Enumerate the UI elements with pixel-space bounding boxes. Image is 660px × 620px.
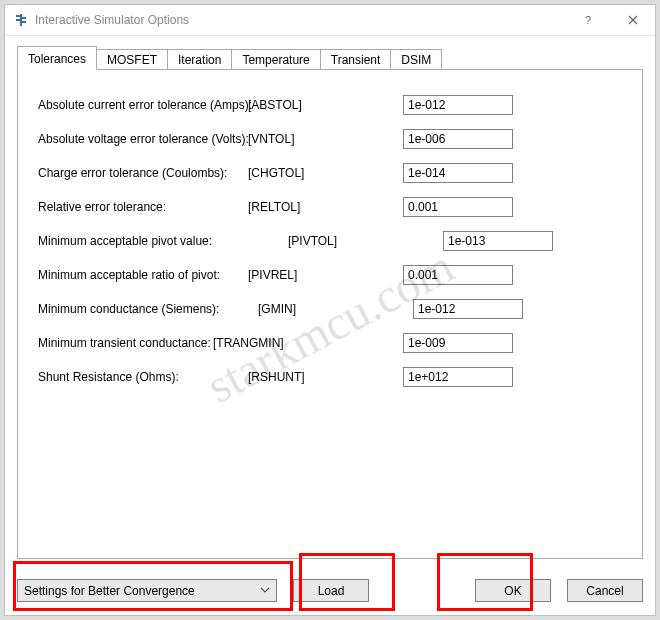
- param-chgtol: [CHGTOL]: [248, 166, 403, 180]
- dialog-body: Tolerances MOSFET Iteration Temperature …: [5, 36, 655, 616]
- svg-text:?: ?: [585, 15, 591, 25]
- row-reltol: Relative error tolerance: [RELTOL]: [38, 190, 622, 224]
- param-gmin: [GMIN]: [248, 302, 413, 316]
- tab-transient[interactable]: Transient: [320, 49, 392, 70]
- label-rshunt: Shunt Resistance (Ohms):: [38, 370, 248, 384]
- param-abstol: [ABSTOL]: [248, 98, 403, 112]
- label-vntol: Absolute voltage error tolerance (Volts)…: [38, 132, 248, 146]
- param-reltol: [RELTOL]: [248, 200, 403, 214]
- param-pivrel: [PIVREL]: [248, 268, 403, 282]
- param-rshunt: [RSHUNT]: [248, 370, 403, 384]
- param-trangmin: [TRANGMIN]: [213, 336, 403, 350]
- dialog-window: Interactive Simulator Options ? Toleranc…: [4, 4, 656, 616]
- tab-mosfet[interactable]: MOSFET: [96, 49, 168, 70]
- label-pivrel: Minimum acceptable ratio of pivot:: [38, 268, 248, 282]
- input-rshunt[interactable]: [403, 367, 513, 387]
- input-reltol[interactable]: [403, 197, 513, 217]
- row-pivtol: Minimum acceptable pivot value: [PIVTOL]: [38, 224, 622, 258]
- input-gmin[interactable]: [413, 299, 523, 319]
- svg-rect-1: [16, 19, 20, 21]
- input-pivrel[interactable]: [403, 265, 513, 285]
- tab-temperature[interactable]: Temperature: [231, 49, 320, 70]
- svg-rect-2: [22, 17, 26, 19]
- tabpanel-tolerances: Absolute current error tolerance (Amps):…: [17, 69, 643, 559]
- input-vntol[interactable]: [403, 129, 513, 149]
- help-button[interactable]: ?: [565, 5, 610, 35]
- row-trangmin: Minimum transient conductance: [TRANGMIN…: [38, 326, 622, 360]
- param-vntol: [VNTOL]: [248, 132, 403, 146]
- label-chgtol: Charge error tolerance (Coulombs):: [38, 166, 248, 180]
- ok-button[interactable]: OK: [475, 579, 551, 602]
- tab-iteration[interactable]: Iteration: [167, 49, 232, 70]
- row-pivrel: Minimum acceptable ratio of pivot: [PIVR…: [38, 258, 622, 292]
- label-pivtol: Minimum acceptable pivot value:: [38, 234, 248, 248]
- cancel-button[interactable]: Cancel: [567, 579, 643, 602]
- row-gmin: Minimum conductance (Siemens): [GMIN]: [38, 292, 622, 326]
- window-title: Interactive Simulator Options: [35, 13, 565, 27]
- input-chgtol[interactable]: [403, 163, 513, 183]
- load-button[interactable]: Load: [293, 579, 369, 602]
- tab-tolerances[interactable]: Tolerances: [17, 46, 97, 70]
- label-reltol: Relative error tolerance:: [38, 200, 248, 214]
- row-vntol: Absolute voltage error tolerance (Volts)…: [38, 122, 622, 156]
- label-abstol: Absolute current error tolerance (Amps):: [38, 98, 248, 112]
- preset-dropdown-label: Settings for Better Convergence: [24, 584, 195, 598]
- param-pivtol: [PIVTOL]: [248, 234, 443, 248]
- input-abstol[interactable]: [403, 95, 513, 115]
- svg-rect-4: [20, 14, 22, 26]
- label-trangmin: Minimum transient conductance:: [38, 336, 213, 350]
- close-button[interactable]: [610, 5, 655, 35]
- tabstrip: Tolerances MOSFET Iteration Temperature …: [17, 46, 643, 70]
- row-rshunt: Shunt Resistance (Ohms): [RSHUNT]: [38, 360, 622, 394]
- svg-rect-3: [22, 21, 26, 23]
- chevron-down-icon: [260, 584, 270, 598]
- app-icon: [13, 12, 29, 28]
- tolerance-grid: Absolute current error tolerance (Amps):…: [18, 70, 642, 412]
- preset-dropdown[interactable]: Settings for Better Convergence: [17, 579, 277, 602]
- titlebar: Interactive Simulator Options ?: [5, 5, 655, 36]
- bottom-bar: Settings for Better Convergence Load OK …: [17, 579, 643, 602]
- label-gmin: Minimum conductance (Siemens):: [38, 302, 248, 316]
- tab-dsim[interactable]: DSIM: [390, 49, 442, 70]
- row-abstol: Absolute current error tolerance (Amps):…: [38, 88, 622, 122]
- svg-rect-0: [16, 15, 20, 17]
- input-trangmin[interactable]: [403, 333, 513, 353]
- input-pivtol[interactable]: [443, 231, 553, 251]
- row-chgtol: Charge error tolerance (Coulombs): [CHGT…: [38, 156, 622, 190]
